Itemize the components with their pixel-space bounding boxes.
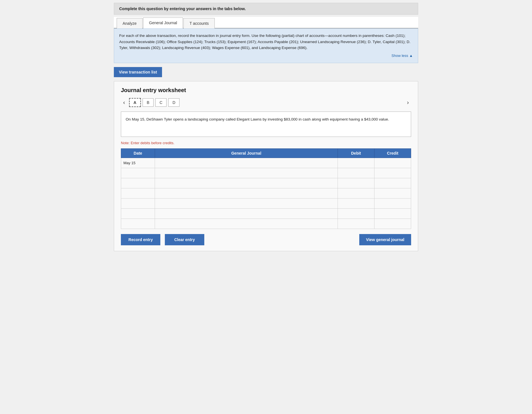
debit-input-1[interactable] <box>338 168 374 178</box>
letter-tab-C[interactable]: C <box>155 98 167 107</box>
debit-input-4[interactable] <box>338 199 374 208</box>
tabs-container: Analyze General Journal T accounts <box>114 17 418 28</box>
debit-cell-1[interactable] <box>338 168 374 178</box>
journal-input-1[interactable] <box>155 168 338 178</box>
debit-cell-5[interactable] <box>338 208 374 219</box>
credit-input-3[interactable] <box>374 188 411 198</box>
journal-table: Date General Journal Debit Credit May 15 <box>121 148 411 229</box>
nav-prev-arrow[interactable]: ‹ <box>121 98 127 107</box>
credit-cell-4[interactable] <box>374 198 411 208</box>
credit-cell-5[interactable] <box>374 208 411 219</box>
debit-input-0[interactable] <box>338 158 374 168</box>
note-text: Note: Enter debits before credits. <box>121 141 411 145</box>
date-cell-2 <box>121 178 155 188</box>
letter-nav: ‹ A B C D › <box>121 98 411 107</box>
journal-cell-4[interactable] <box>155 198 338 208</box>
date-cell-3 <box>121 188 155 198</box>
debit-input-6[interactable] <box>338 219 374 229</box>
credit-input-4[interactable] <box>374 199 411 208</box>
instruction-banner: Complete this question by entering your … <box>114 3 418 15</box>
letter-tab-A[interactable]: A <box>129 98 141 107</box>
view-general-journal-button[interactable]: View general journal <box>359 234 411 245</box>
tab-general-journal[interactable]: General Journal <box>143 17 183 28</box>
header-debit: Debit <box>338 148 374 158</box>
journal-cell-0[interactable] <box>155 158 338 168</box>
journal-input-5[interactable] <box>155 209 338 219</box>
debit-cell-3[interactable] <box>338 188 374 198</box>
date-cell-1 <box>121 168 155 178</box>
credit-cell-1[interactable] <box>374 168 411 178</box>
action-buttons: Record entry Clear entry View general jo… <box>121 234 411 245</box>
journal-cell-6[interactable] <box>155 219 338 229</box>
journal-cell-5[interactable] <box>155 208 338 219</box>
scenario-box: On May 15, DeShawn Tyler opens a landsca… <box>121 112 411 137</box>
clear-entry-button[interactable]: Clear entry <box>165 234 204 245</box>
journal-cell-1[interactable] <box>155 168 338 178</box>
credit-input-1[interactable] <box>374 168 411 178</box>
page-wrapper: Complete this question by entering your … <box>111 0 421 254</box>
description-box: For each of the above transaction, recor… <box>114 28 418 63</box>
table-row <box>121 168 411 178</box>
date-cell-5 <box>121 208 155 219</box>
table-row <box>121 178 411 188</box>
table-row <box>121 188 411 198</box>
debit-input-5[interactable] <box>338 209 374 219</box>
header-date: Date <box>121 148 155 158</box>
credit-input-5[interactable] <box>374 209 411 219</box>
credit-cell-2[interactable] <box>374 178 411 188</box>
date-cell-6 <box>121 219 155 229</box>
date-cell-4 <box>121 198 155 208</box>
worksheet-card: Journal entry worksheet ‹ A B C D › On M… <box>114 81 418 251</box>
table-row <box>121 198 411 208</box>
table-row <box>121 219 411 229</box>
credit-input-6[interactable] <box>374 219 411 229</box>
letter-tab-B[interactable]: B <box>143 98 154 107</box>
table-row: May 15 <box>121 158 411 168</box>
journal-input-6[interactable] <box>155 219 338 229</box>
debit-cell-0[interactable] <box>338 158 374 168</box>
journal-input-3[interactable] <box>155 188 338 198</box>
journal-input-2[interactable] <box>155 178 338 188</box>
scenario-text: On May 15, DeShawn Tyler opens a landsca… <box>126 117 389 121</box>
journal-input-4[interactable] <box>155 199 338 208</box>
credit-cell-3[interactable] <box>374 188 411 198</box>
credit-cell-0[interactable] <box>374 158 411 168</box>
letter-tab-D[interactable]: D <box>168 98 179 107</box>
debit-cell-6[interactable] <box>338 219 374 229</box>
worksheet-title: Journal entry worksheet <box>121 87 411 94</box>
journal-cell-3[interactable] <box>155 188 338 198</box>
description-text: For each of the above transaction, recor… <box>119 34 411 50</box>
credit-input-0[interactable] <box>374 158 411 168</box>
instruction-text: Complete this question by entering your … <box>119 6 246 11</box>
date-cell-0: May 15 <box>121 158 155 168</box>
header-credit: Credit <box>374 148 411 158</box>
tab-t-accounts[interactable]: T accounts <box>183 18 214 28</box>
header-general-journal: General Journal <box>155 148 338 158</box>
show-less-container: Show less ▲ <box>119 53 413 59</box>
credit-input-2[interactable] <box>374 178 411 188</box>
debit-input-3[interactable] <box>338 188 374 198</box>
journal-input-0[interactable] <box>155 158 338 168</box>
credit-cell-6[interactable] <box>374 219 411 229</box>
tab-analyze[interactable]: Analyze <box>117 18 143 28</box>
table-row <box>121 208 411 219</box>
nav-next-arrow[interactable]: › <box>405 98 411 107</box>
debit-input-2[interactable] <box>338 178 374 188</box>
view-transaction-button[interactable]: View transaction list <box>114 67 162 77</box>
journal-cell-2[interactable] <box>155 178 338 188</box>
debit-cell-4[interactable] <box>338 198 374 208</box>
debit-cell-2[interactable] <box>338 178 374 188</box>
show-less-link[interactable]: Show less ▲ <box>391 54 413 58</box>
record-entry-button[interactable]: Record entry <box>121 234 160 245</box>
